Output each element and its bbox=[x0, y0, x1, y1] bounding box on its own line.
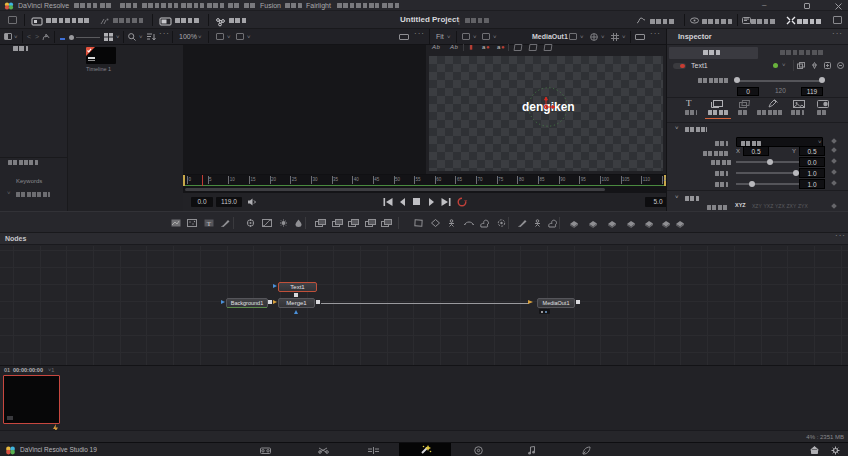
svg-text:T: T bbox=[207, 220, 212, 228]
